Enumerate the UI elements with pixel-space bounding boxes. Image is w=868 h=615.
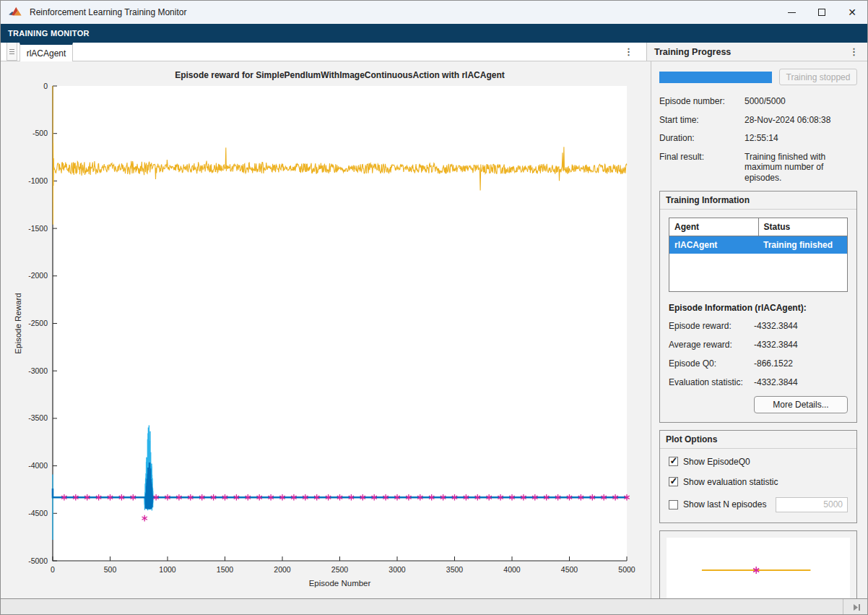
panel-actions-kebab-icon[interactable]: ⋮ — [849, 43, 867, 61]
svg-text:-500: -500 — [32, 129, 48, 137]
app-window: Reinforcement Learning Training Monitor … — [0, 0, 868, 615]
minimize-button[interactable] — [776, 1, 807, 24]
field-episode-number: Episode number: 5000/5000 — [659, 96, 857, 107]
document-actions-kebab-icon[interactable]: ⋮ — [624, 43, 633, 61]
svg-text:3000: 3000 — [389, 565, 406, 574]
svg-text:-5000: -5000 — [28, 556, 48, 565]
progress-fields: Episode number: 5000/5000 Start time: 28… — [659, 96, 857, 183]
group-title: Plot Options — [660, 431, 856, 449]
titlebar: Reinforcement Learning Training Monitor … — [1, 1, 867, 24]
minimize-icon — [788, 12, 796, 13]
stat-label: Evaluation statistic: — [669, 377, 754, 387]
svg-text:0: 0 — [43, 82, 48, 90]
show-evaluation-statistic-checkbox[interactable] — [669, 477, 678, 486]
checkbox-label: Show EpisodeQ0 — [683, 457, 848, 467]
table-row-rlacagent[interactable]: rlACAgent Training finished — [669, 236, 848, 254]
svg-text:2000: 2000 — [274, 565, 291, 574]
svg-text:Episode Reward: Episode Reward — [14, 293, 22, 353]
maximize-button[interactable] — [807, 1, 837, 24]
svg-text:-2000: -2000 — [28, 271, 48, 280]
field-value: 12:55:14 — [745, 133, 857, 144]
tab-training-monitor[interactable]: TRAINING MONITOR — [1, 29, 90, 38]
training-progress-header: Training Progress ⋮ — [646, 43, 867, 61]
cell-status: Training finished — [758, 236, 848, 254]
svg-text:5000: 5000 — [618, 565, 635, 574]
svg-text:0: 0 — [51, 565, 55, 574]
stat-episode-reward: Episode reward: -4332.3844 — [669, 321, 848, 331]
field-label: Final result: — [659, 152, 745, 184]
tab-rlacagent[interactable]: rlACAgent — [19, 43, 73, 61]
stat-evaluation-statistic: Evaluation statistic: -4332.3844 — [669, 377, 848, 387]
legend-preview-panel — [659, 530, 857, 599]
svg-text:4500: 4500 — [561, 565, 578, 574]
svg-text:-3000: -3000 — [28, 366, 48, 375]
status-bar-divider — [843, 599, 843, 615]
stat-value: -866.1522 — [754, 358, 793, 369]
more-details-button[interactable]: More Details... — [754, 396, 848, 413]
plot-options-group: Plot Options Show EpisodeQ0 Show evaluat… — [659, 430, 857, 523]
show-episodeq0-checkbox[interactable] — [669, 457, 678, 466]
chart-document: 0500100015002000250030003500400045005000… — [6, 61, 651, 598]
cell-agent: rlACAgent — [669, 236, 759, 254]
collapse-panel-icon[interactable] — [852, 603, 862, 612]
training-progress-panel: Training stopped Episode number: 5000/50… — [652, 61, 864, 598]
field-value: 5000/5000 — [745, 96, 857, 107]
close-button[interactable]: ✕ — [837, 1, 867, 24]
document-tab-strip: rlACAgent ⋮ — [1, 43, 646, 61]
training-information-group: Training Information Agent Status rlACAg… — [659, 191, 857, 423]
svg-text:Episode Number: Episode Number — [309, 579, 371, 588]
stat-label: Episode Q0: — [669, 358, 754, 369]
main-area: 0500100015002000250030003500400045005000… — [1, 61, 867, 598]
svg-text:-4000: -4000 — [28, 461, 48, 470]
field-final-result: Final result: Training finished with max… — [659, 152, 857, 184]
group-title: Training Information — [660, 192, 856, 210]
svg-text:-3500: -3500 — [28, 413, 48, 422]
tab-label: rlACAgent — [27, 48, 66, 59]
checkbox-row-evaluation-statistic: Show evaluation statistic — [669, 477, 848, 487]
stat-value: -4332.3844 — [754, 321, 798, 331]
episode-reward-chart[interactable]: 0500100015002000250030003500400045005000… — [6, 61, 651, 598]
svg-text:2500: 2500 — [331, 565, 349, 574]
svg-text:-4500: -4500 — [28, 509, 48, 517]
field-label: Duration: — [659, 133, 745, 144]
agent-status-table[interactable]: Agent Status rlACAgent Training finished — [669, 218, 848, 292]
episode-stats: Episode reward: -4332.3844 Average rewar… — [669, 321, 848, 387]
field-label: Start time: — [659, 115, 745, 126]
episode-info-heading: Episode Information (rlACAgent): — [669, 303, 848, 313]
window-title: Reinforcement Learning Training Monitor — [30, 7, 186, 17]
checkbox-row-episodeq0: Show EpisodeQ0 — [669, 457, 848, 467]
svg-text:3500: 3500 — [446, 565, 464, 574]
field-value: 28-Nov-2024 06:08:38 — [745, 115, 857, 126]
training-stopped-button[interactable]: Training stopped — [779, 69, 857, 85]
checkbox-label: Show evaluation statistic — [683, 477, 848, 487]
show-last-n-episodes-checkbox[interactable] — [669, 500, 678, 509]
document-bar-grabber[interactable] — [6, 43, 17, 61]
ribbon-toolbar: TRAINING MONITOR — [1, 24, 867, 43]
stat-average-reward: Average reward: -4332.3844 — [669, 340, 848, 350]
stat-episode-q0: Episode Q0: -866.1522 — [669, 358, 848, 369]
svg-text:1500: 1500 — [217, 565, 234, 574]
stat-value: -4332.3844 — [754, 340, 798, 350]
svg-text:Episode reward for SimplePendl: Episode reward for SimplePendlumWithImag… — [175, 70, 505, 80]
legend-preview-plot — [667, 538, 850, 599]
tab-row: rlACAgent ⋮ Training Progress ⋮ — [1, 43, 867, 61]
progress-fill — [659, 72, 772, 83]
stat-label: Average reward: — [669, 340, 754, 350]
last-n-episodes-input[interactable] — [776, 497, 848, 512]
stat-value: -4332.3844 — [754, 377, 798, 387]
field-duration: Duration: 12:55:14 — [659, 133, 857, 144]
close-icon: ✕ — [848, 7, 856, 17]
progress-row: Training stopped — [659, 69, 857, 85]
panel-title: Training Progress — [647, 47, 849, 57]
column-header-agent: Agent — [669, 218, 759, 236]
training-progress-bar — [659, 72, 772, 83]
matlab-logo-icon — [8, 6, 24, 19]
checkbox-label: Show last N episodes — [683, 499, 776, 509]
svg-text:1000: 1000 — [159, 565, 176, 574]
svg-text:-1500: -1500 — [28, 224, 48, 233]
column-header-status: Status — [758, 218, 848, 236]
checkbox-row-last-n-episodes: Show last N episodes — [669, 497, 848, 512]
svg-text:-2500: -2500 — [28, 319, 48, 327]
status-bar — [1, 598, 867, 615]
svg-text:4000: 4000 — [503, 565, 521, 574]
